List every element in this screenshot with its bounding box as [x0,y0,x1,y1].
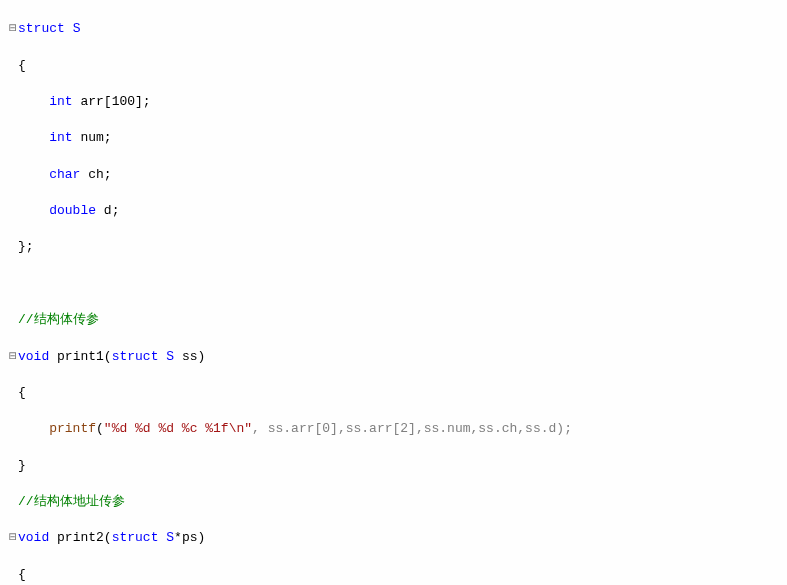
comment: //结构体传参 [18,312,99,327]
fold-icon[interactable]: ⊟ [8,20,18,38]
code-editor[interactable]: ⊟struct S { int arr[100]; int num; char … [0,0,787,585]
fold-icon[interactable]: ⊟ [8,529,18,547]
keyword: struct [18,21,65,36]
fold-icon[interactable]: ⊟ [8,348,18,366]
brace: { [18,58,26,73]
struct-name: S [73,21,81,36]
comment: //结构体地址传参 [18,494,125,509]
